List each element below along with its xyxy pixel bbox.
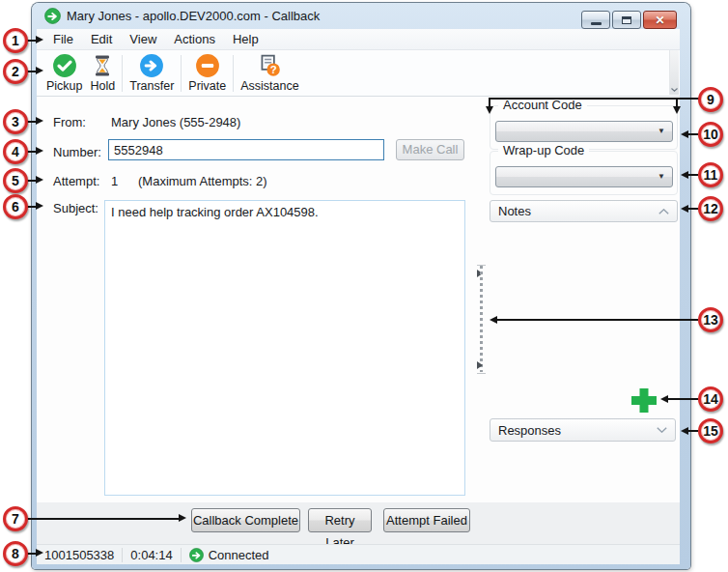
private-button[interactable]: Private (184, 52, 230, 95)
callout-8: 8 (3, 541, 28, 566)
callout-7: 7 (3, 506, 28, 531)
account-code-select[interactable]: ▼ (495, 121, 673, 142)
minimize-button[interactable] (581, 11, 610, 29)
hold-label: Hold (91, 79, 116, 93)
callout-10: 10 (698, 122, 723, 147)
dropdown-arrow-icon: ▼ (658, 173, 665, 181)
menu-actions[interactable]: Actions (165, 30, 224, 48)
make-call-button[interactable]: Make Call (396, 139, 464, 160)
assistance-label: Assistance (240, 79, 298, 93)
callout-3: 3 (3, 109, 28, 134)
callout-7-arrow (26, 518, 180, 520)
chevron-down-icon (671, 88, 678, 92)
arrow-right-icon (179, 514, 186, 522)
attempt-value: 1 (111, 174, 118, 188)
pickup-label: Pickup (46, 79, 83, 93)
toolbar: Pickup Hold Transfer (37, 50, 680, 97)
form-question-icon: ? (257, 53, 282, 78)
window-title: Mary Jones - apollo.DEV2000.com - Callba… (67, 9, 320, 23)
attempt-failed-button[interactable]: Attempt Failed (383, 508, 470, 532)
orange-minus-circle-icon (195, 53, 220, 78)
menu-file[interactable]: File (44, 30, 82, 48)
callback-app-icon (44, 8, 61, 24)
wrapup-code-group-label: Wrap-up Code (498, 143, 589, 157)
responses-expander-label: Responses (498, 423, 561, 438)
title-bar[interactable]: Mary Jones - apollo.DEV2000.com - Callba… (32, 3, 690, 29)
callout-9-arrow (490, 98, 699, 100)
callout-15: 15 (698, 418, 723, 443)
arrow-right-icon (36, 117, 43, 125)
arrow-right-icon (36, 202, 43, 210)
callout-12: 12 (698, 196, 723, 221)
callback-complete-button[interactable]: Callback Complete (191, 508, 300, 532)
add-response-plus-icon[interactable] (630, 386, 658, 415)
arrow-right-icon (36, 176, 43, 184)
arrow-right-icon (36, 147, 43, 155)
arrow-right-icon (36, 67, 43, 74)
callout-2: 2 (3, 59, 28, 84)
maximize-button[interactable] (612, 11, 641, 29)
status-account-number: 1001505338 (37, 548, 123, 562)
account-code-group-label: Account Code (498, 98, 587, 112)
hold-button[interactable]: Hold (87, 52, 120, 95)
toolbar-separator (233, 55, 234, 92)
status-call-timer: 0:04:14 (123, 548, 181, 562)
arrow-down-icon (673, 106, 681, 114)
hourglass-icon (91, 53, 114, 78)
splitter-handle[interactable] (480, 266, 483, 372)
menu-view[interactable]: View (121, 30, 165, 48)
subject-textarea[interactable]: I need help tracking order AX104598. (104, 200, 465, 496)
close-button[interactable]: ✕ (643, 11, 677, 29)
callout-1: 1 (3, 28, 28, 53)
status-bar: 1001505338 0:04:14 Connected (37, 544, 680, 564)
attempt-label: Attempt: (53, 174, 99, 188)
svg-text:?: ? (270, 64, 277, 75)
arrow-right-icon (36, 549, 43, 557)
number-input[interactable] (108, 139, 384, 160)
wrapup-code-select[interactable]: ▼ (495, 166, 673, 187)
minimize-icon (591, 22, 602, 25)
callout-4: 4 (3, 139, 28, 164)
dropdown-arrow-icon: ▼ (658, 128, 665, 135)
callout-15-arrow (687, 430, 698, 432)
toolbar-separator (122, 55, 123, 92)
callout-6: 6 (3, 194, 28, 219)
notes-expander[interactable]: Notes (490, 200, 678, 222)
toolbar-separator (181, 55, 182, 92)
notes-expander-label: Notes (498, 204, 531, 218)
chevron-up-icon (658, 209, 669, 214)
callout-5: 5 (3, 168, 28, 193)
menu-edit[interactable]: Edit (82, 30, 121, 48)
chevron-down-icon (657, 427, 667, 433)
pickup-button[interactable]: Pickup (42, 52, 87, 95)
callout-12-arrow (687, 208, 698, 210)
callout-11-arrow (687, 174, 698, 176)
private-label: Private (188, 79, 226, 93)
status-connection-state: Connected (209, 548, 269, 562)
assistance-button[interactable]: ? Assistance (237, 52, 302, 95)
menu-bar: File Edit View Actions Help (37, 29, 680, 50)
responses-expander[interactable]: Responses (490, 418, 676, 442)
callout-14: 14 (698, 386, 723, 412)
from-value: Mary Jones (555-2948) (111, 115, 240, 129)
annotated-screenshot-stage: Mary Jones - apollo.DEV2000.com - Callba… (0, 0, 728, 572)
callout-13: 13 (698, 307, 723, 332)
number-label: Number: (53, 145, 101, 159)
menu-help[interactable]: Help (224, 30, 267, 48)
transfer-button[interactable]: Transfer (126, 52, 178, 95)
arrow-right-icon (36, 36, 43, 43)
callout-9: 9 (698, 87, 723, 112)
transfer-label: Transfer (129, 79, 174, 93)
toolbar-overflow-button[interactable] (669, 50, 679, 95)
arrow-down-icon (486, 106, 493, 114)
subject-label: Subject: (53, 201, 98, 215)
retry-later-button[interactable]: Retry Later (308, 508, 372, 532)
blue-arrow-circle-icon (139, 53, 164, 78)
splitter-collapse-arrow-icon[interactable] (477, 361, 483, 369)
maximize-icon (622, 16, 631, 24)
callout-13-arrow (496, 319, 698, 321)
attempt-max-note: (Maximum Attempts: 2) (138, 174, 267, 188)
callout-10-arrow (687, 133, 698, 135)
connected-status-icon (189, 548, 204, 562)
callout-11: 11 (698, 162, 723, 187)
